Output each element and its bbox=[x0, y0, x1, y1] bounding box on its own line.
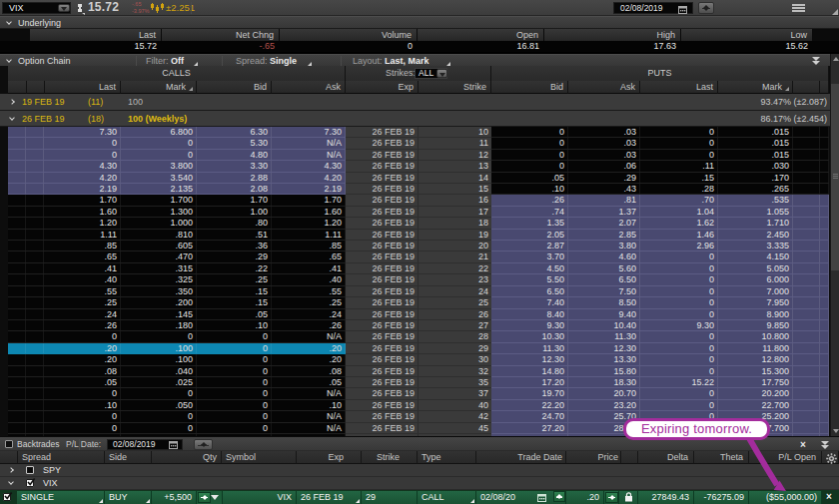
call-bid[interactable]: .22 bbox=[197, 263, 272, 273]
order-spread-cell[interactable]: SINGLE bbox=[17, 491, 105, 504]
backtrades-col-header[interactable]: Symbol bbox=[222, 451, 297, 464]
chain-cell-empty[interactable] bbox=[820, 195, 829, 205]
put-bid[interactable]: 14.80 bbox=[491, 366, 568, 376]
call-last[interactable]: 1.11 bbox=[45, 230, 121, 240]
call-bid[interactable]: .15 bbox=[197, 286, 272, 296]
chain-cell-empty[interactable] bbox=[793, 423, 820, 433]
chain-cell-empty[interactable] bbox=[820, 320, 829, 330]
underlying-col-header[interactable]: Open bbox=[418, 29, 544, 41]
call-bid[interactable]: .10 bbox=[197, 320, 272, 330]
chain-cell-empty[interactable] bbox=[793, 388, 820, 398]
strike-cell[interactable]: 12 bbox=[419, 150, 491, 160]
exp-cell[interactable]: 26 FEB 19 bbox=[346, 309, 419, 319]
call-last[interactable]: 0 bbox=[45, 331, 121, 341]
chain-cell-empty[interactable] bbox=[8, 173, 26, 183]
exp-cell[interactable]: 26 FEB 19 bbox=[346, 127, 419, 137]
call-last[interactable]: 4.20 bbox=[45, 173, 121, 183]
exp-cell[interactable]: 26 FEB 19 bbox=[346, 230, 419, 240]
chain-cell-empty[interactable] bbox=[8, 263, 26, 273]
chain-cell-empty[interactable] bbox=[8, 241, 26, 251]
chain-cell-empty[interactable] bbox=[8, 366, 26, 376]
call-last[interactable]: 0 bbox=[45, 423, 121, 433]
strike-cell[interactable]: 26 bbox=[419, 309, 491, 319]
call-last[interactable]: .41 bbox=[45, 263, 121, 273]
chain-cell-empty[interactable] bbox=[8, 207, 26, 217]
put-last[interactable]: 0 bbox=[640, 127, 718, 137]
chain-cell-empty[interactable] bbox=[26, 331, 44, 341]
call-mark[interactable]: 0 bbox=[121, 388, 197, 398]
order-qty-cell[interactable]: +5,500 bbox=[152, 491, 197, 504]
chain-cell-empty[interactable] bbox=[26, 286, 44, 296]
chain-cell-empty[interactable] bbox=[8, 388, 26, 398]
call-last[interactable]: 0 bbox=[45, 388, 121, 398]
chain-cell-empty[interactable] bbox=[8, 161, 26, 171]
chain-cell-empty[interactable] bbox=[8, 184, 26, 194]
exp-cell[interactable]: 26 FEB 19 bbox=[346, 320, 419, 330]
put-ask[interactable]: .06 bbox=[568, 161, 640, 171]
chain-cell-empty[interactable] bbox=[26, 184, 44, 194]
chain-cell-empty[interactable] bbox=[793, 173, 820, 183]
chain-cell-empty[interactable] bbox=[793, 343, 820, 353]
chain-row[interactable]: .05.0250.0526 FEB 193517.2018.3015.2217.… bbox=[0, 377, 839, 388]
call-last[interactable]: 2.19 bbox=[45, 184, 121, 194]
call-ask[interactable]: .25 bbox=[272, 297, 346, 307]
call-mark[interactable]: .050 bbox=[121, 400, 197, 410]
put-ask[interactable]: 2.85 bbox=[568, 230, 640, 240]
put-last[interactable]: 1.04 bbox=[640, 207, 718, 217]
call-mark[interactable]: .350 bbox=[121, 286, 197, 296]
chain-cell-empty[interactable] bbox=[820, 207, 829, 217]
strike-cell[interactable]: 28 bbox=[419, 331, 491, 341]
call-ask[interactable]: .10 bbox=[272, 400, 346, 410]
put-mark[interactable]: .535 bbox=[718, 195, 793, 205]
put-ask[interactable]: 11.30 bbox=[568, 331, 640, 341]
chain-cell-empty[interactable] bbox=[820, 241, 829, 251]
chain-cell-empty[interactable] bbox=[820, 161, 829, 171]
put-ask[interactable]: 8.50 bbox=[568, 297, 640, 307]
chain-row[interactable]: .20.1000.2026 FEB 192911.3012.30011.800 bbox=[0, 343, 839, 354]
put-last[interactable]: 0 bbox=[640, 354, 718, 364]
underlying-col-header[interactable]: Net Chng bbox=[162, 29, 280, 41]
call-ask[interactable]: 1.20 bbox=[272, 218, 346, 228]
call-bid[interactable]: 0 bbox=[197, 343, 272, 353]
put-ask[interactable]: 15.80 bbox=[568, 366, 640, 376]
call-last[interactable]: .40 bbox=[45, 274, 121, 284]
chain-cell-empty[interactable] bbox=[8, 230, 26, 240]
put-ask[interactable]: 5.60 bbox=[568, 263, 640, 273]
chain-row[interactable]: 4.303.8003.304.3026 FEB 19130.06.11.030 bbox=[0, 161, 839, 172]
chain-row[interactable]: 7.306.8006.307.3026 FEB 19100.030.015 bbox=[0, 127, 839, 138]
chain-cell-empty[interactable] bbox=[793, 230, 820, 240]
put-mark[interactable]: 2.450 bbox=[718, 230, 793, 240]
order-tradedate-cell[interactable]: 02/08/20 bbox=[476, 491, 566, 504]
chain-cell-empty[interactable] bbox=[793, 354, 820, 364]
pl-date-stepper[interactable] bbox=[194, 439, 213, 450]
put-mark[interactable]: 3.335 bbox=[718, 241, 793, 251]
put-bid[interactable]: 5.50 bbox=[491, 274, 568, 284]
chain-row[interactable]: .65.470.29.6526 FEB 19213.704.6004.150 bbox=[0, 252, 839, 262]
put-ask[interactable]: .43 bbox=[568, 184, 640, 194]
strike-cell[interactable]: 32 bbox=[419, 366, 491, 376]
call-mark[interactable]: .180 bbox=[121, 320, 197, 330]
put-mark[interactable]: 12.800 bbox=[718, 354, 793, 364]
call-bid[interactable]: 0 bbox=[197, 331, 272, 341]
expiration-group-row[interactable]: 19 FEB 19 (11) 100 93.47% (±2.087) bbox=[0, 94, 839, 111]
order-strike-cell[interactable]: 29 bbox=[362, 491, 418, 504]
call-mark[interactable]: 1.000 bbox=[121, 218, 197, 228]
chevron-down-icon[interactable] bbox=[8, 479, 14, 485]
call-last[interactable]: 7.30 bbox=[45, 127, 121, 137]
call-mark[interactable]: 0 bbox=[121, 411, 197, 421]
put-last[interactable]: 1.46 bbox=[640, 230, 718, 240]
put-ask[interactable]: 7.50 bbox=[568, 286, 640, 296]
chain-cell-empty[interactable] bbox=[793, 274, 820, 284]
chain-cell-empty[interactable] bbox=[8, 423, 26, 433]
chain-cell-empty[interactable] bbox=[793, 411, 820, 421]
strike-cell[interactable]: 10 bbox=[419, 127, 491, 137]
call-last[interactable]: 0 bbox=[45, 411, 121, 421]
call-mark[interactable]: .145 bbox=[121, 309, 197, 319]
call-last[interactable]: .20 bbox=[45, 343, 121, 353]
put-mark[interactable]: 10.800 bbox=[718, 331, 793, 341]
put-mark[interactable]: .015 bbox=[718, 127, 793, 137]
put-mark[interactable]: 17.750 bbox=[718, 377, 793, 387]
put-bid[interactable]: 27.20 bbox=[491, 423, 568, 433]
chain-row[interactable]: 000N/A26 FEB 193719.7020.70020.200 bbox=[0, 388, 839, 399]
call-ask[interactable]: .65 bbox=[272, 252, 346, 261]
